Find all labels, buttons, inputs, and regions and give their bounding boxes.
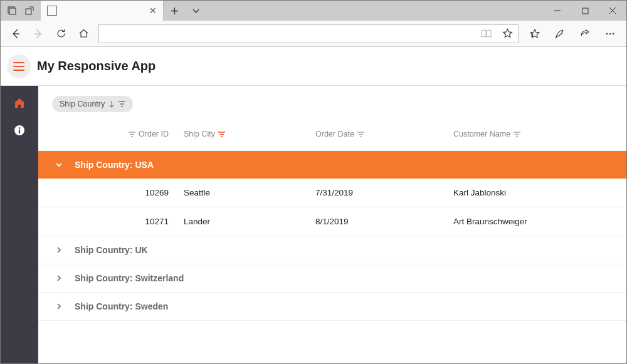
browser-tab[interactable]: ✕ bbox=[41, 1, 164, 21]
table-row[interactable]: 10271 Lander 8/1/2019 Art Braunschweiger bbox=[38, 207, 626, 236]
chevron-right-icon bbox=[55, 274, 63, 283]
browser-titlebar: ✕ bbox=[1, 1, 626, 21]
home-button[interactable] bbox=[72, 23, 95, 45]
group-header-label: Ship Country: USA bbox=[75, 160, 154, 170]
tabs-aside-icon[interactable] bbox=[3, 1, 21, 21]
back-button[interactable] bbox=[4, 23, 27, 45]
group-chip-ship-country[interactable]: Ship Country bbox=[52, 96, 133, 112]
filter-icon bbox=[514, 132, 520, 137]
cell-ship-city: Seattle bbox=[176, 179, 308, 207]
filter-icon bbox=[129, 132, 135, 137]
cell-order-id: 10271 bbox=[38, 207, 176, 236]
favorite-star-icon[interactable] bbox=[497, 28, 518, 39]
close-tab-icon[interactable]: ✕ bbox=[149, 6, 157, 16]
sidebar-home-icon[interactable] bbox=[13, 96, 26, 110]
column-header-order-date[interactable]: Order Date bbox=[308, 118, 446, 150]
favorites-icon[interactable] bbox=[522, 23, 547, 45]
maximize-button[interactable] bbox=[571, 1, 599, 21]
group-row-usa[interactable]: Ship Country: USA bbox=[38, 150, 626, 179]
address-bar[interactable] bbox=[98, 24, 519, 43]
tab-dropdown-icon[interactable] bbox=[185, 1, 206, 21]
svg-rect-9 bbox=[19, 130, 20, 133]
group-area: Ship Country bbox=[38, 86, 626, 118]
filter-icon bbox=[119, 101, 125, 107]
svg-rect-3 bbox=[582, 8, 588, 14]
cell-customer-name: Karl Jablonski bbox=[446, 179, 626, 207]
close-window-button[interactable] bbox=[599, 1, 626, 21]
cell-order-date: 8/1/2019 bbox=[308, 207, 446, 236]
data-grid: Order ID Ship City Order Date bbox=[38, 118, 626, 321]
window-controls bbox=[544, 1, 626, 21]
refresh-button[interactable] bbox=[50, 23, 72, 45]
more-icon[interactable] bbox=[598, 23, 623, 45]
cell-customer-name: Art Braunschweiger bbox=[446, 207, 626, 236]
svg-point-8 bbox=[19, 127, 21, 129]
column-label: Ship City bbox=[184, 130, 215, 138]
toolbar-right bbox=[522, 23, 623, 45]
group-header-label: Ship Country: Switzerland bbox=[75, 273, 184, 283]
group-header-label: Ship Country: Sweden bbox=[75, 301, 168, 311]
main-content: Ship Country Order ID Ship City bbox=[38, 86, 626, 363]
filter-icon bbox=[357, 132, 364, 137]
column-header-ship-city[interactable]: Ship City bbox=[176, 118, 308, 150]
column-label: Order ID bbox=[139, 130, 169, 138]
group-chip-label: Ship Country bbox=[60, 100, 105, 108]
svg-point-4 bbox=[606, 33, 608, 34]
column-header-order-id[interactable]: Order ID bbox=[38, 118, 176, 150]
group-row-uk[interactable]: Ship Country: UK bbox=[38, 236, 626, 264]
titlebar-left bbox=[1, 1, 41, 21]
cell-order-id: 10269 bbox=[38, 179, 176, 207]
app-title: My Responsive App bbox=[37, 59, 155, 73]
group-row-sweden[interactable]: Ship Country: Sweden bbox=[38, 292, 626, 320]
sort-asc-icon bbox=[108, 100, 115, 108]
cell-ship-city: Lander bbox=[176, 207, 308, 236]
page-icon bbox=[47, 6, 57, 16]
share-icon[interactable] bbox=[572, 23, 598, 45]
svg-rect-1 bbox=[9, 8, 16, 14]
hamburger-menu-button[interactable] bbox=[7, 55, 31, 78]
chevron-down-icon bbox=[55, 160, 63, 169]
new-tab-button[interactable] bbox=[164, 1, 185, 21]
column-header-customer-name[interactable]: Customer Name bbox=[446, 118, 626, 150]
notes-icon[interactable] bbox=[547, 23, 572, 45]
sidebar-info-icon[interactable] bbox=[13, 123, 26, 137]
cell-order-date: 7/31/2019 bbox=[308, 179, 446, 207]
minimize-button[interactable] bbox=[544, 1, 571, 21]
column-label: Order Date bbox=[315, 130, 354, 138]
filter-icon bbox=[218, 132, 225, 137]
tab-preview-icon[interactable] bbox=[21, 1, 38, 21]
table-row[interactable]: 10269 Seattle 7/31/2019 Karl Jablonski bbox=[38, 179, 626, 207]
sidebar bbox=[1, 86, 38, 363]
tab-actions bbox=[164, 1, 206, 21]
app-header: My Responsive App bbox=[1, 47, 626, 86]
app-body: Ship Country Order ID Ship City bbox=[1, 86, 626, 363]
svg-rect-2 bbox=[26, 9, 31, 14]
chevron-right-icon bbox=[55, 246, 63, 254]
browser-toolbar bbox=[1, 21, 626, 47]
svg-point-6 bbox=[613, 33, 614, 34]
group-header-label: Ship Country: UK bbox=[75, 245, 148, 255]
column-label: Customer Name bbox=[453, 130, 510, 138]
group-row-switzerland[interactable]: Ship Country: Switzerland bbox=[38, 264, 626, 292]
svg-point-5 bbox=[609, 33, 611, 34]
reading-view-icon[interactable] bbox=[475, 29, 497, 38]
chevron-right-icon bbox=[55, 302, 63, 311]
forward-button[interactable] bbox=[27, 23, 50, 45]
